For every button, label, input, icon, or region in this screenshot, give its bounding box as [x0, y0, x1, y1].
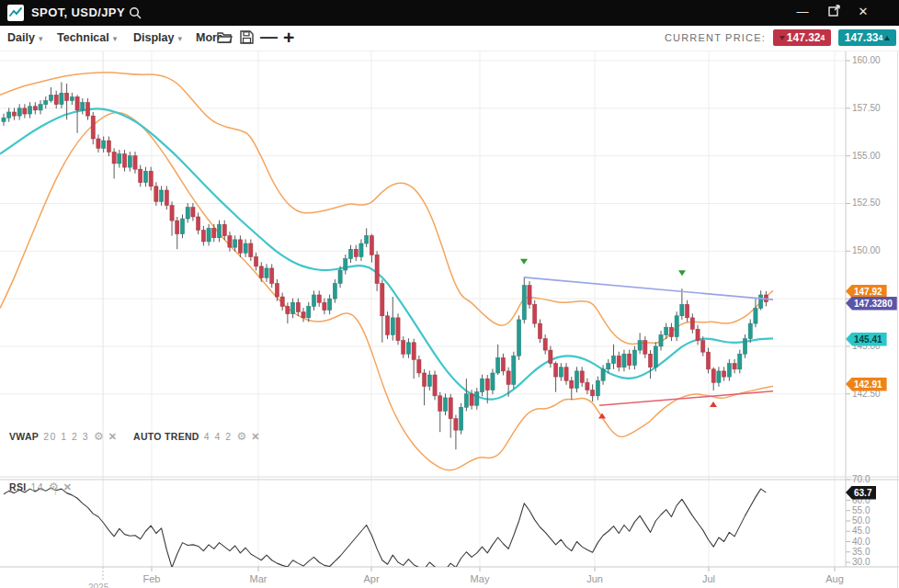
month-axis-tick: Aug: [825, 573, 844, 584]
bid-price-badge: 147.324: [773, 29, 831, 46]
ask-price-badge: 147.334: [838, 29, 896, 46]
price-axis-badge: 147.92: [846, 285, 887, 299]
month-axis-tick: Feb: [143, 573, 161, 584]
menu-technical[interactable]: Technical▾: [57, 26, 117, 51]
menu-display[interactable]: Display▾: [133, 26, 182, 51]
minimize-button[interactable]: —: [792, 0, 813, 26]
open-folder-icon[interactable]: [217, 30, 233, 48]
price-axis-badge: 145.41: [846, 333, 887, 346]
symbol-title: SPOT, USD/JPY: [31, 0, 125, 26]
month-axis-tick: Jul: [702, 573, 715, 584]
zoom-out-button[interactable]: —: [260, 27, 278, 47]
close-icon[interactable]: ✕: [108, 432, 117, 442]
rsi-axis-tick: 70.0: [852, 474, 870, 484]
rsi-legend-params: 14: [30, 481, 44, 492]
gear-icon[interactable]: ⚙: [237, 431, 247, 442]
autotrend-down-marker: [520, 259, 528, 265]
close-icon[interactable]: ✕: [251, 432, 259, 442]
rsi-axis-tick: 50.0: [852, 515, 870, 526]
close-button[interactable]: ✕: [853, 0, 873, 26]
app-logo-icon: [7, 5, 24, 21]
price-axis-tick: 150.00: [852, 245, 881, 255]
zoom-in-button[interactable]: +: [283, 27, 294, 49]
autotrend-legend-params: 4 4 2: [204, 431, 233, 442]
title-bar: SPOT, USD/JPY — ✕: [0, 0, 899, 26]
search-icon[interactable]: [129, 6, 142, 23]
chart-canvas[interactable]: [0, 0, 899, 588]
price-axis-badge: 147.3280: [846, 297, 897, 311]
rsi-axis-tick: 45.0: [852, 526, 870, 536]
toolbar: Daily▾ Technical▾ Display▾ More▾ — + CUR…: [0, 26, 899, 51]
close-icon[interactable]: ✕: [63, 482, 72, 492]
month-axis-tick: Apr: [363, 573, 379, 584]
month-axis-tick: Jun: [586, 573, 603, 584]
autotrend-legend-label: AUTO TREND: [133, 431, 199, 442]
month-axis-tick: May: [471, 573, 490, 584]
legend-row-main: VWAP 20 1 2 3 ⚙ ✕ AUTO TREND 4 4 2 ⚙ ✕: [9, 431, 260, 442]
price-axis-tick: 157.50: [852, 103, 881, 113]
arrow-up-icon: [884, 36, 890, 40]
price-axis-tick: 155.00: [852, 151, 881, 161]
gear-icon[interactable]: ⚙: [49, 481, 59, 492]
rsi-axis-tick: 55.0: [852, 505, 870, 515]
vwap-legend-params: 20 1 2 3: [43, 431, 89, 442]
price-axis-tick: 160.00: [852, 55, 881, 65]
year-label: 2025: [88, 582, 108, 588]
chevron-down-icon: ▾: [177, 34, 182, 43]
rsi-axis-badge: 63.7: [846, 486, 876, 500]
rsi-axis-tick: 40.0: [852, 537, 870, 547]
rsi-axis-tick: 35.0: [852, 547, 870, 557]
month-axis-tick: Mar: [250, 573, 267, 584]
autotrend-up-marker: [710, 401, 717, 407]
autotrend-down-marker: [678, 270, 686, 276]
menu-periodicity[interactable]: Daily▾: [7, 26, 42, 51]
chevron-down-icon: ▾: [39, 34, 43, 43]
popout-button[interactable]: [824, 1, 844, 27]
chevron-down-icon: ▾: [113, 34, 118, 43]
vwap-legend-label: VWAP: [9, 431, 39, 442]
arrow-down-icon: [780, 36, 785, 40]
save-icon[interactable]: [240, 30, 254, 48]
price-axis-badge: 142.91: [846, 378, 887, 391]
legend-row-rsi: RSI 14 ⚙ ✕: [9, 481, 72, 492]
rsi-axis-tick: 30.0: [852, 557, 870, 567]
current-price-label: CURRENT PRICE:: [665, 26, 766, 51]
price-axis-tick: 152.50: [852, 198, 881, 208]
gear-icon[interactable]: ⚙: [94, 431, 104, 442]
rsi-legend-label: RSI: [9, 481, 26, 492]
